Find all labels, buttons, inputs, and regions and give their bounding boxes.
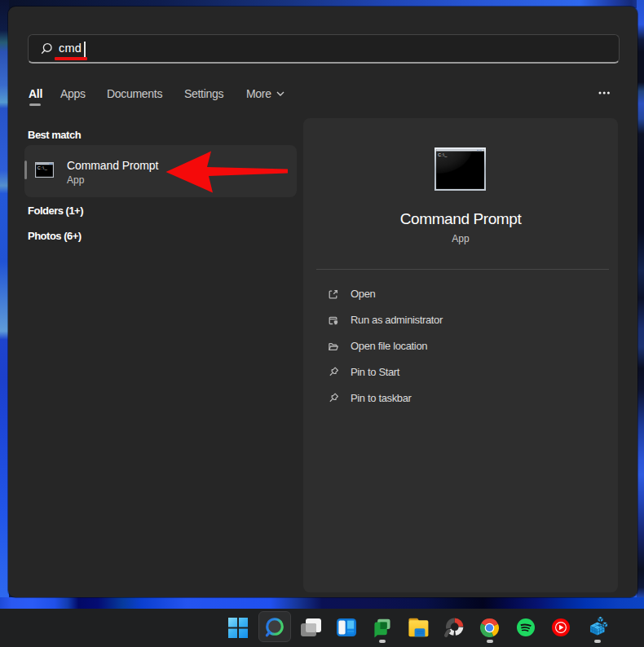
svg-text:C:\_: C:\_ [438, 152, 447, 157]
svg-text:C:\_: C:\_ [37, 165, 48, 170]
